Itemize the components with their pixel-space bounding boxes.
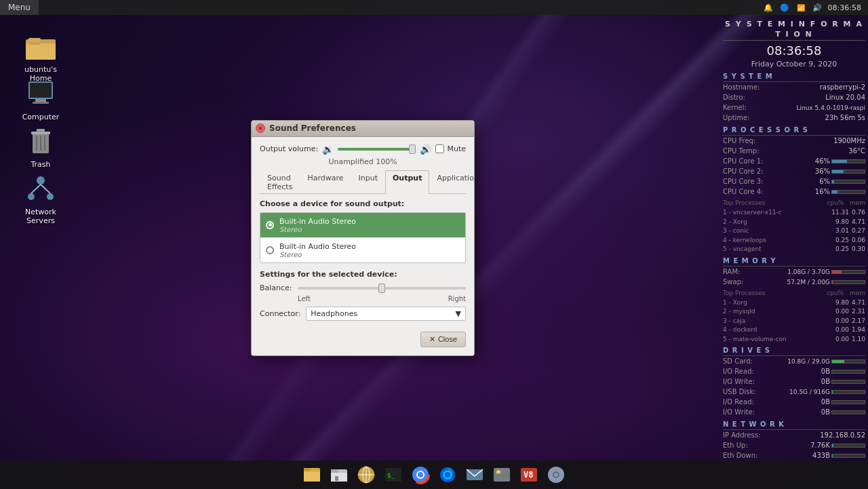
device-item-0[interactable]: Built-in Audio Stereo Stereo	[260, 213, 465, 238]
svg-point-35	[418, 472, 423, 477]
ethup-key: Eth Up:	[723, 441, 770, 450]
tab-output[interactable]: Output	[385, 170, 429, 194]
top-processes-mem: 1 - Xorg9.804.712 - mysqld0.002.313 - ca…	[723, 298, 865, 344]
dialog-titlebar: ✕ Sound Preferences	[252, 121, 474, 137]
top-proc-cpu-4: 4 - kerneloops0.250.06	[723, 236, 865, 245]
hostname-val: raspberrypi-2	[770, 83, 865, 92]
mute-label: Mute	[447, 144, 466, 153]
usbread-key: I/O Read:	[723, 397, 770, 407]
balance-right-label: Right	[448, 295, 466, 302]
connector-dropdown-icon: ▼	[456, 309, 461, 318]
cpu-core-2: CPU Core 2: 36%	[723, 167, 865, 176]
taskbar: $_ V8	[0, 461, 868, 489]
usbdisk-val: 10.5G / 916G	[770, 388, 830, 397]
cpu-freq-val: 1900MHz	[770, 136, 865, 146]
tab-hardware[interactable]: Hardware	[300, 170, 351, 194]
topbar: Menu 🔔 🔵 📶 🔊 08:36:58	[0, 0, 868, 15]
sdwrite-key: I/O Write:	[723, 377, 770, 387]
uptime-key: Uptime:	[723, 113, 770, 123]
usbwrite-key: I/O Write:	[723, 408, 770, 417]
vol-low-icon: 🔉	[322, 144, 334, 155]
clock: 08:36:58	[828, 3, 861, 12]
ram-val: 1.08G / 3.70G	[770, 268, 830, 277]
connector-key: Connector:	[260, 309, 300, 318]
connector-value: Headphones	[311, 309, 357, 318]
topbar-right: 🔔 🔵 📶 🔊 08:36:58	[763, 2, 868, 13]
proc-cols: cpu% mem	[827, 199, 865, 208]
close-button[interactable]: ✕ Close	[420, 332, 466, 347]
balance-left-label: Left	[298, 295, 311, 302]
svg-text:V8: V8	[524, 470, 533, 480]
taskbar-firefox[interactable]	[435, 463, 460, 487]
top-proc-cpu-3: 3 - conic3.010.27	[723, 227, 865, 235]
processors-section: P R O C E S S O R S	[723, 125, 865, 136]
bluetooth-icon[interactable]: 🔵	[779, 2, 790, 13]
system-monitor-panel: S Y S T E M I N F O R M A T I O N 08:36:…	[723, 19, 865, 461]
ethup-val: 7.76K	[770, 441, 830, 450]
radio-0	[266, 221, 274, 229]
swap-key: Swap:	[723, 277, 770, 287]
memory-section: M E M O R Y	[723, 256, 865, 267]
distro-val: Linux 20.04	[770, 93, 865, 102]
device-item-1[interactable]: Built-in Audio Stereo Stereo	[260, 238, 465, 262]
svg-rect-21	[304, 468, 311, 471]
taskbar-email[interactable]	[462, 463, 487, 487]
proc-label: Top Processes	[723, 199, 765, 208]
volume-slider[interactable]	[338, 144, 416, 155]
taskbar-terminal[interactable]: $_	[381, 463, 406, 487]
balance-key: Balance:	[260, 283, 294, 292]
sdread-val: 0B	[770, 367, 830, 376]
volume-label: Output volume:	[260, 144, 318, 153]
top-proc-mem-1: 1 - Xorg9.804.71	[723, 298, 865, 307]
volume-percent: Unamplified 100%	[260, 157, 466, 166]
cpu-freq-key: CPU Freq:	[723, 136, 770, 146]
sdwrite-val: 0B	[770, 377, 830, 387]
svg-rect-23	[331, 473, 347, 482]
tab-applications[interactable]: Applications	[429, 170, 475, 194]
swap-val: 57.2M / 2.00G	[770, 278, 830, 287]
tab-input[interactable]: Input	[351, 170, 385, 194]
cpu-core-3: CPU Core 3: 6%	[723, 177, 865, 187]
top-proc-cpu-1: 1 - vncserver-x11-c11.310.76	[723, 208, 865, 217]
usbdisk-key: USB Disk:	[723, 387, 770, 397]
taskbar-settings[interactable]	[544, 463, 568, 487]
top-proc-mem-2: 2 - mysqld0.002.31	[723, 307, 865, 316]
dialog-body: Output volume: 🔉 🔊 Mute Unamplified 100%	[252, 137, 474, 355]
tab-sound-effects[interactable]: Sound Effects	[260, 170, 300, 194]
dialog-overlay: ✕ Sound Preferences Output volume: 🔉 🔊 M…	[0, 15, 726, 461]
network-icon[interactable]: 📶	[795, 2, 806, 13]
sysmon-title: S Y S T E M I N F O R M A T I O N	[723, 19, 865, 40]
tabs-row: Sound Effects Hardware Input Output Appl…	[260, 170, 466, 194]
svg-rect-25	[335, 476, 338, 481]
taskbar-files[interactable]	[300, 463, 324, 487]
taskbar-image[interactable]	[490, 463, 514, 487]
taskbar-browser[interactable]	[354, 463, 378, 487]
device-name-0: Built-in Audio Stereo	[279, 217, 356, 226]
menu-button[interactable]: Menu	[0, 0, 39, 15]
balance-slider[interactable]	[298, 283, 466, 294]
mute-checkbox[interactable]	[435, 144, 444, 153]
kernel-val: Linux 5.4.0-1019-raspi	[770, 104, 865, 113]
taskbar-home[interactable]	[327, 463, 351, 487]
vol-high-icon: 🔊	[420, 144, 431, 155]
svg-point-38	[445, 472, 450, 477]
cpu-temp-key: CPU Temp:	[723, 146, 770, 156]
top-proc-cpu-2: 2 - Xorg9.804.71	[723, 218, 865, 227]
taskbar-chromium[interactable]	[408, 463, 433, 487]
taskbar-code[interactable]: V8	[517, 463, 541, 487]
dialog-close-icon[interactable]: ✕	[256, 123, 265, 133]
ethdown-val: 433B	[770, 451, 830, 461]
connector-select[interactable]: Headphones ▼	[306, 307, 466, 321]
proc-mem-cols: cpu% mem	[827, 289, 865, 298]
top-proc-cpu-5: 5 - vncagent0.250.30	[723, 245, 865, 254]
svg-rect-20	[304, 471, 320, 482]
network-section: N E T W O R K	[723, 420, 865, 430]
sysmon-time: 08:36:58	[723, 42, 865, 59]
sysmon-date: Friday October 9, 2020	[723, 59, 865, 69]
volume-icon[interactable]: 🔊	[812, 2, 823, 13]
sdcard-val: 10.8G / 29.0G	[770, 357, 830, 366]
distro-key: Distro:	[723, 93, 770, 102]
cpu-core-4: CPU Core 4: 16%	[723, 187, 865, 197]
settings-label: Settings for the selected device:	[260, 270, 466, 279]
notification-icon[interactable]: 🔔	[763, 2, 774, 13]
